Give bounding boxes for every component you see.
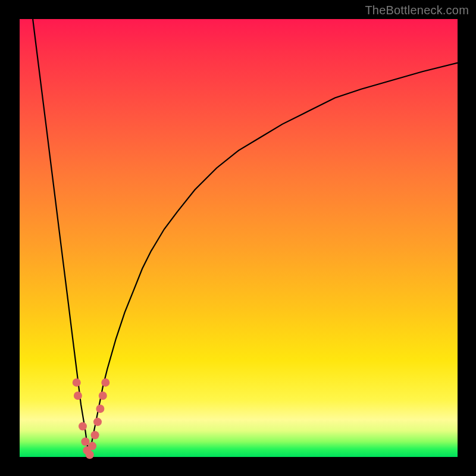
watermark-text: TheBottleneck.com — [365, 4, 469, 17]
data-marker — [74, 392, 82, 400]
curve-layer — [33, 19, 458, 457]
data-marker — [101, 378, 109, 387]
chart-frame: TheBottleneck.com — [0, 0, 476, 476]
data-marker — [81, 437, 89, 446]
data-marker — [99, 392, 107, 400]
marker-layer — [73, 378, 110, 459]
data-marker — [93, 418, 102, 426]
curve-right-branch — [89, 63, 458, 457]
data-marker — [79, 422, 87, 431]
curve-left-branch — [33, 19, 89, 457]
data-marker — [88, 442, 96, 450]
data-marker — [96, 405, 104, 413]
chart-svg — [0, 0, 476, 476]
data-marker — [86, 450, 94, 459]
data-marker — [73, 378, 81, 387]
data-marker — [91, 431, 99, 439]
